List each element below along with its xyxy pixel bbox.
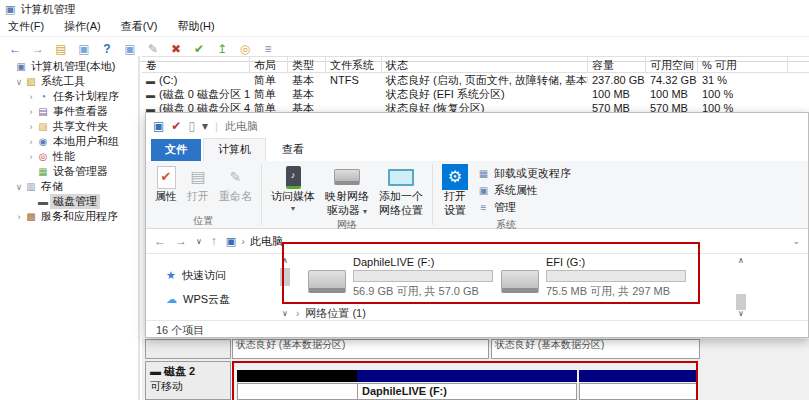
properties-icon: ✔ <box>157 166 176 189</box>
unallocated-bar[interactable] <box>237 370 358 382</box>
disk1-label-box <box>145 339 231 359</box>
col-capacity[interactable]: 容量 <box>588 57 646 72</box>
drive-tile-efi[interactable]: EFI (G:) 75.5 MB 可用, 共 297 MB <box>501 256 686 299</box>
tree-item-services-apps[interactable]: › ▩ 服务和应用程序 <box>0 209 138 224</box>
menu-help[interactable]: 帮助(H) <box>177 19 214 34</box>
open-button[interactable]: ▤ 打开 <box>182 163 214 205</box>
drive-tile-daphilelive[interactable]: DaphileLIVE (F:) 56.9 GB 可用, 共 57.0 GB <box>308 256 493 299</box>
computer-management-icon: ▣ <box>14 61 28 72</box>
tree-item-disk-management[interactable]: ▬ 磁盘管理 <box>0 194 138 209</box>
tree-item-system-tools[interactable]: ∨ ▧ 系统工具 <box>0 74 138 89</box>
rename-button[interactable]: ✎ 重命名 <box>214 163 257 205</box>
history-dropdown-icon[interactable]: ∨ <box>196 237 202 246</box>
check-doc-icon[interactable]: ✔ <box>192 42 206 56</box>
col-type[interactable]: 类型 <box>288 57 326 72</box>
tree-item-event-viewer[interactable]: › ▤ 事件查看器 <box>0 104 138 119</box>
partition-block[interactable]: 状态良好 (基本数据分区) <box>491 339 700 359</box>
scroll-up-icon[interactable]: ∧ <box>738 256 744 265</box>
access-media-button[interactable]: ♪ 访问媒体 ▾ <box>266 163 320 215</box>
properties-button[interactable]: ✔ 属性 <box>150 163 182 205</box>
scrollbar-thumb[interactable] <box>736 294 746 310</box>
qat-dropdown-icon[interactable]: ▾ <box>202 119 208 133</box>
tab-computer[interactable]: 计算机 <box>203 138 266 161</box>
partition-bar[interactable] <box>357 370 577 382</box>
network-locations-group[interactable]: › 网络位置 (1) <box>296 306 366 321</box>
system-properties-button[interactable]: ▣ 系统属性 <box>477 183 571 198</box>
scroll-up-icon[interactable]: ∧ <box>282 256 288 265</box>
tree-item-task-scheduler[interactable]: › ◔ 任务计划程序 <box>0 89 138 104</box>
col-filesystem[interactable]: 文件系统 <box>326 57 382 72</box>
tab-file[interactable]: 文件 <box>151 139 201 161</box>
partition-block-daphile[interactable]: DaphileLIVE (F:) <box>357 383 577 400</box>
navpane-scrollbar[interactable]: ∧ ∨ <box>278 256 292 318</box>
map-network-drive-button[interactable]: 映射网络 驱动器 ▾ <box>320 163 374 218</box>
window-pane-icon[interactable]: ▣ <box>123 42 137 56</box>
scroll-down-icon[interactable]: ∨ <box>282 309 288 318</box>
open-settings-button[interactable]: ⚙ 打开 设置 <box>437 163 473 218</box>
breadcrumb-this-pc[interactable]: 此电脑 <box>250 234 283 249</box>
tree-item-shared-folders[interactable]: › ▨ 共享文件夹 <box>0 119 138 134</box>
task-scheduler-icon: ◔ <box>36 91 50 102</box>
menu-view[interactable]: 查看(V) <box>121 19 158 34</box>
up-folder-icon[interactable]: ↥ <box>215 42 229 56</box>
back-icon[interactable]: ← <box>8 42 22 56</box>
partition-block[interactable] <box>237 383 358 400</box>
tree-item-storage[interactable]: ∨ ▥ 存储 <box>0 179 138 194</box>
tree-item-performance[interactable]: › ◎ 性能 <box>0 149 138 164</box>
forward-icon[interactable]: → <box>31 42 45 56</box>
tree-item-device-manager[interactable]: ▦ 设备管理器 <box>0 164 138 179</box>
event-viewer-icon: ▤ <box>36 106 50 117</box>
sidebar-item-quick-access[interactable]: ★ 快速访问 <box>166 268 226 283</box>
sidebar-item-wps-cloud[interactable]: ☁ WPS云盘 <box>166 292 230 307</box>
disk2-type: 可移动 <box>150 379 226 394</box>
menu-file[interactable]: 文件(F) <box>8 19 44 34</box>
details-icon[interactable]: ≡ <box>261 42 275 56</box>
tab-view[interactable]: 查看 <box>268 139 318 161</box>
delete-icon[interactable]: ✖ <box>169 42 183 56</box>
collapse-icon[interactable]: ∨ <box>14 77 24 87</box>
col-volume[interactable]: 卷 <box>142 57 250 72</box>
breadcrumb[interactable]: ▣ › 此电脑 <box>226 234 283 249</box>
tree-item-computer-management[interactable]: ▣ 计算机管理(本地) <box>0 59 138 74</box>
scroll-down-icon[interactable]: ∨ <box>738 309 744 318</box>
col-layout[interactable]: 布局 <box>250 57 288 72</box>
expand-icon[interactable]: › <box>26 122 36 132</box>
marker-icon[interactable]: ✎ <box>146 42 160 56</box>
back-icon[interactable]: ← <box>154 234 166 248</box>
properties-qat-icon[interactable]: ✔ <box>171 119 181 133</box>
manage-button[interactable]: ≡ 管理 <box>477 200 571 215</box>
open-folder-icon[interactable]: ▤ <box>54 42 68 56</box>
system-properties-icon: ▣ <box>477 185 490 196</box>
disk-graph-pane: 状态良好 (基本数据分区) 状态良好 (基本数据分区) ▬ 磁盘 2 可移动 D… <box>142 339 809 400</box>
help-icon[interactable]: ? <box>100 42 114 56</box>
scrollbar-thumb[interactable] <box>280 268 290 286</box>
address-dropdown-icon[interactable]: ⌄ <box>792 236 800 246</box>
expand-icon[interactable]: › <box>26 107 36 117</box>
disk2-label-box[interactable]: ▬ 磁盘 2 可移动 <box>145 361 231 400</box>
menu-action[interactable]: 操作(A) <box>64 19 101 34</box>
expand-icon[interactable]: › <box>296 308 299 319</box>
partition-bar[interactable] <box>579 370 697 382</box>
col-status[interactable]: 状态 <box>382 57 588 72</box>
expand-icon[interactable]: › <box>26 92 36 102</box>
collapse-icon[interactable]: ∨ <box>14 182 24 192</box>
uninstall-program-button[interactable]: ▦ 卸载或更改程序 <box>477 166 571 181</box>
col-free-space[interactable]: 可用空间 <box>646 57 698 72</box>
uninstall-icon: ▦ <box>477 168 490 179</box>
window-icon[interactable]: ▣ <box>77 42 91 56</box>
partition-block[interactable] <box>579 383 697 400</box>
expand-icon[interactable]: › <box>14 212 24 222</box>
search-folder-icon[interactable]: ◎ <box>238 42 252 56</box>
expand-icon[interactable]: › <box>26 152 36 162</box>
items-count: 16 个项目 <box>156 323 204 338</box>
media-device-icon: ♪ <box>286 166 301 189</box>
content-scrollbar[interactable]: ∧ ∨ <box>734 256 748 318</box>
tree-item-local-users[interactable]: › ◉ 本地用户和组 <box>0 134 138 149</box>
partition-block[interactable]: 状态良好 (基本数据分区) <box>232 339 489 359</box>
forward-icon[interactable]: → <box>175 234 187 248</box>
new-folder-qat-icon[interactable]: ▯ <box>188 119 195 133</box>
up-icon[interactable]: ↑ <box>211 234 217 248</box>
col-percent-free[interactable]: % 可用 <box>698 57 788 72</box>
add-network-location-button[interactable]: 添加一个 网络位置 <box>374 163 428 218</box>
expand-icon[interactable]: › <box>26 137 36 147</box>
